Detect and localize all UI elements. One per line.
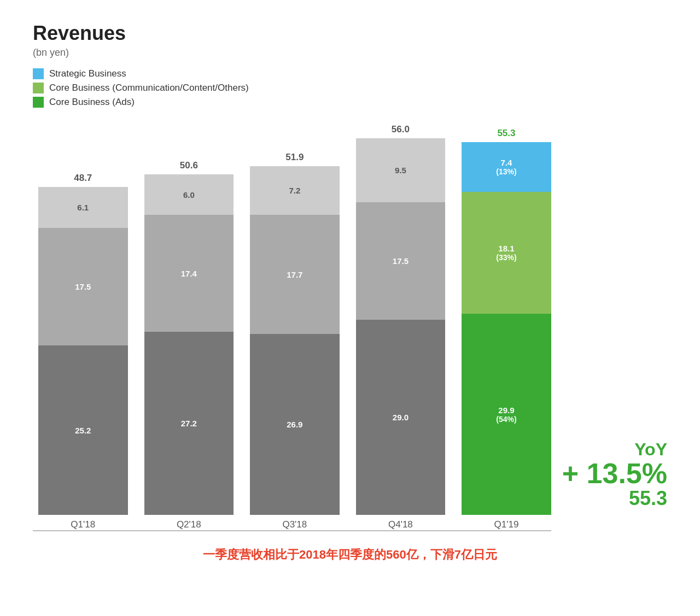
bar-seg-q2-18-ads: 27.2 [144,332,234,515]
chart-area: 48.7 25.2 17.5 6.1 Q1'18 [33,124,667,531]
legend-item-core-comm: Core Business (Communication/Content/Oth… [33,83,667,93]
bar-val-q3-18-comm: 17.7 [287,270,302,279]
legend-label-strategic: Strategic Business [49,68,126,79]
bar-val-q2-18-strat: 6.0 [183,190,195,200]
bar-seg-q1-18-strat: 6.1 [38,187,128,228]
bar-seg-q1-19-comm: 18.1 (33%) [462,192,551,314]
bar-val-q4-18-strat: 9.5 [395,166,406,175]
chart-subtitle: (bn yen) [33,47,667,58]
bar-val-q1-19-strat: 7.4 [501,158,512,167]
bar-group-q4-18: 56.0 29.0 17.5 9.5 Q4'18 [356,124,446,530]
legend-item-strategic: Strategic Business [33,68,667,79]
bar-val-q4-18-ads: 29.0 [393,413,409,422]
bar-group-q1-18: 48.7 25.2 17.5 6.1 Q1'18 [38,173,128,530]
bar-seg-q3-18-comm: 17.7 [250,215,340,334]
bottom-note: 一季度营收相比于2018年四季度的560亿，下滑7亿日元 [33,547,667,563]
bar-val-q1-19-ads: 29.9 [498,406,514,415]
bar-group-q3-18: 51.9 26.9 17.7 7.2 Q3'18 [250,152,340,530]
legend-item-core-ads: Core Business (Ads) [33,97,667,108]
legend-label-core-ads: Core Business (Ads) [49,97,135,108]
bar-seg-q1-18-comm: 17.5 [38,228,128,345]
bar-seg-q4-18-ads: 29.0 [356,320,446,515]
yoy-total: 55.3 [629,488,667,509]
bar-group-q2-18: 50.6 27.2 17.4 6.0 Q2'18 [144,160,234,530]
bar-seg-q1-19-ads: 29.9 (54%) [462,314,551,515]
bar-xlabel-q2-18: Q2'18 [177,519,201,530]
legend-color-core-comm [33,83,44,93]
bar-pct-q1-19-comm: (33%) [496,253,516,262]
legend: Strategic Business Core Business (Commun… [33,68,667,108]
bar-total-q1-19: 55.3 [497,128,515,139]
bar-total-q2-18: 50.6 [180,160,198,171]
bar-xlabel-q1-18: Q1'18 [71,519,95,530]
bar-val-q4-18-comm: 17.5 [393,256,409,266]
bar-seg-q1-18-ads: 25.2 [38,345,128,515]
bar-val-q3-18-ads: 26.9 [287,420,302,429]
chart-title: Revenues [33,22,667,45]
legend-color-strategic [33,68,44,79]
bar-stack-q1-19: 29.9 (54%) 18.1 (33%) 7.4 (13%) [462,142,551,515]
bar-seg-q2-18-comm: 17.4 [144,215,234,332]
bar-total-q1-18: 48.7 [74,173,92,184]
bar-seg-q4-18-strat: 9.5 [356,138,446,202]
legend-label-core-comm: Core Business (Communication/Content/Oth… [49,83,249,93]
bar-stack-q2-18: 27.2 17.4 6.0 [144,174,234,515]
bar-seg-q3-18-strat: 7.2 [250,166,340,215]
bar-total-q4-18: 56.0 [392,124,410,135]
bar-stack-q3-18: 26.9 17.7 7.2 [250,166,340,515]
bar-seg-q1-19-strat: 7.4 (13%) [462,142,551,192]
bar-val-q2-18-comm: 17.4 [181,269,197,278]
yoy-block: YoY + 13.5% 55.3 [551,440,667,531]
bar-xlabel-q1-19: Q1'19 [494,519,519,530]
chart-inner: 48.7 25.2 17.5 6.1 Q1'18 [33,124,551,531]
bar-val-q2-18-ads: 27.2 [181,419,197,428]
bar-pct-q1-19-ads: (54%) [496,415,516,424]
legend-color-core-ads [33,97,44,108]
bar-seg-q3-18-ads: 26.9 [250,334,340,515]
bar-pct-q1-19-strat: (13%) [496,167,516,176]
bar-val-q1-19-comm: 18.1 [498,244,514,253]
bar-stack-q4-18: 29.0 17.5 9.5 [356,138,446,515]
bar-total-q3-18: 51.9 [285,152,304,163]
bar-val-q1-18-strat: 6.1 [77,203,89,212]
bar-val-q3-18-strat: 7.2 [289,186,300,195]
bar-val-q1-18-ads: 25.2 [75,426,91,435]
bar-seg-q2-18-strat: 6.0 [144,174,234,215]
bar-group-q1-19: 55.3 29.9 (54%) 18.1 (33%) 7.4 (13%) [462,128,551,530]
bar-val-q1-18-comm: 17.5 [75,282,91,291]
bar-xlabel-q3-18: Q3'18 [282,519,307,530]
yoy-value: + 13.5% [562,459,667,488]
bar-seg-q4-18-comm: 17.5 [356,202,446,320]
bar-xlabel-q4-18: Q4'18 [388,519,413,530]
yoy-label: YoY [634,440,667,459]
bar-stack-q1-18: 25.2 17.5 6.1 [38,187,128,515]
